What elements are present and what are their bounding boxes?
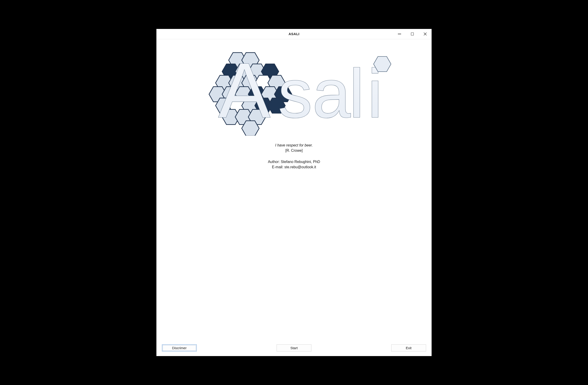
minimize-icon — [398, 34, 401, 34]
minimize-button[interactable] — [393, 29, 406, 39]
maximize-icon — [411, 33, 414, 35]
discrimer-button[interactable]: Discrimer — [162, 344, 197, 351]
svg-text:a: a — [312, 55, 351, 132]
titlebar: ASALI — [156, 29, 432, 39]
quote-attribution: [R. Crowe] — [161, 148, 427, 153]
quote-text: I have respect for beer. — [161, 143, 427, 148]
start-button[interactable]: Start — [276, 344, 312, 351]
logo-container: A s a l i — [161, 46, 427, 143]
email-line: E-mail: ste.rebu@outlook.it — [161, 164, 427, 170]
close-icon — [423, 32, 427, 36]
close-button[interactable] — [419, 29, 432, 39]
window-controls — [393, 29, 432, 39]
button-row: Discrimer Start Exit — [161, 343, 427, 352]
maximize-button[interactable] — [406, 29, 419, 39]
svg-text:s: s — [278, 55, 312, 132]
svg-text:A: A — [218, 48, 271, 134]
svg-text:l: l — [349, 55, 364, 132]
window-title: ASALI — [289, 32, 299, 36]
app-window: ASALI — [156, 29, 432, 356]
author-line: Author: Stefano Rebughini, PhD — [161, 159, 427, 164]
content-area: A s a l i I have respect for beer. [R. C… — [156, 39, 432, 356]
info-block: I have respect for beer. [R. Crowe] Auth… — [161, 143, 427, 170]
exit-button[interactable]: Exit — [391, 344, 426, 351]
asali-logo: A s a l i — [193, 48, 395, 136]
